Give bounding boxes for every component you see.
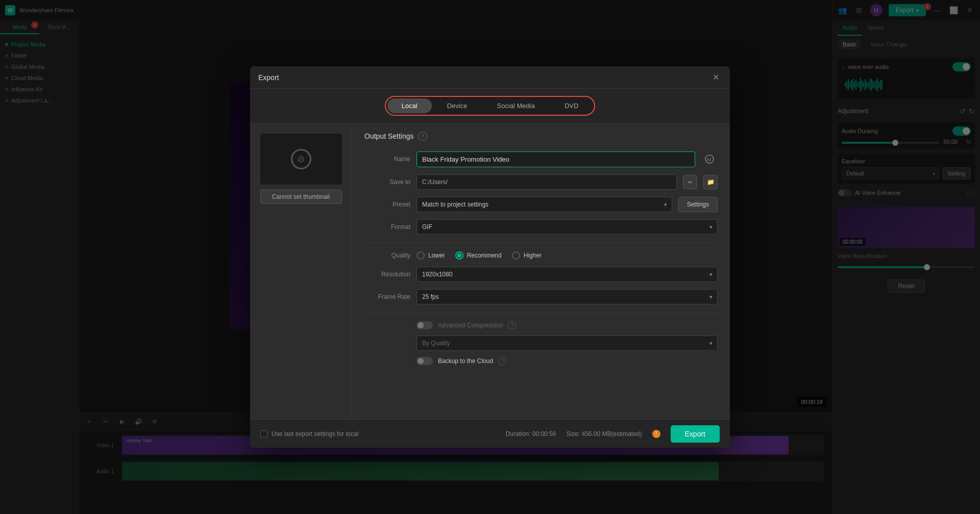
path-edit-icon[interactable]: ✏ <box>683 175 697 189</box>
preset-select-wrapper: Match to project settings <box>416 197 672 212</box>
frame-rate-select-wrapper: 25 fps <box>416 289 718 304</box>
divider-1 <box>364 243 718 243</box>
radio-recommend-circle <box>455 251 463 260</box>
save-path-display: C:/Users/ <box>416 174 677 190</box>
modal-overlay: Export ✕ Local Device Social Media DVD ⊘… <box>0 0 980 514</box>
resolution-select-wrapper: 1920x1080 <box>416 267 718 282</box>
resolution-label: Resolution <box>364 271 410 278</box>
advanced-compression-row: Advanced Compression ? <box>364 321 718 329</box>
backup-toggle[interactable] <box>416 357 433 365</box>
by-quality-select[interactable]: By Quality <box>416 336 718 351</box>
divider-2 <box>364 313 718 313</box>
quality-recommend-label: Recommend <box>467 252 502 259</box>
frame-rate-label: Frame Rate <box>364 293 410 300</box>
use-last-settings-label: Use last export settings for local <box>272 430 358 438</box>
export-tab-dvd[interactable]: DVD <box>550 98 593 113</box>
export-tab-local[interactable]: Local <box>387 98 432 113</box>
size-display: Size: 456.00 MB(estimated) <box>566 430 642 438</box>
export-tab-group: Local Device Social Media DVD <box>385 96 596 116</box>
modal-titlebar: Export ✕ <box>250 66 730 89</box>
by-quality-select-wrapper: By Quality <box>416 336 718 351</box>
modal-footer: Use last export settings for local Durat… <box>250 419 730 448</box>
frame-rate-row: Frame Rate 25 fps <box>364 289 718 304</box>
modal-title: Export <box>258 73 279 82</box>
quality-row: Quality Lower Recommend Higher <box>364 251 718 260</box>
save-to-label: Save to <box>364 178 410 186</box>
no-thumbnail-icon: ⊘ <box>291 149 311 169</box>
use-last-settings-checkbox[interactable] <box>260 430 267 438</box>
thumbnail-box: ⊘ <box>260 134 342 185</box>
quality-lower[interactable]: Lower <box>416 251 445 260</box>
backup-help-icon[interactable]: ? <box>498 357 506 365</box>
export-tab-device[interactable]: Device <box>433 98 482 113</box>
name-row: Name AI <box>364 151 718 167</box>
radio-lower-circle <box>416 251 425 260</box>
preset-row: Preset Match to project settings Setting… <box>364 197 718 212</box>
quality-higher-label: Higher <box>524 252 542 259</box>
resolution-row: Resolution 1920x1080 <box>364 267 718 282</box>
advanced-compression-label: Advanced Compression <box>438 322 503 329</box>
quality-label: Quality <box>364 252 410 259</box>
frame-rate-select[interactable]: 25 fps <box>416 289 718 304</box>
save-to-row: Save to C:/Users/ ✏ 📁 <box>364 174 718 190</box>
cannot-set-thumbnail-button[interactable]: Cannot set thumbnail <box>260 190 342 204</box>
format-label: Format <box>364 223 410 230</box>
thumbnail-area: ⊘ Cannot set thumbnail <box>250 123 352 419</box>
footer-right: Duration: 00:00:56 Size: 456.00 MB(estim… <box>506 425 720 443</box>
quality-recommend[interactable]: Recommend <box>455 251 502 260</box>
backup-row: Backup to the Cloud ? <box>364 357 718 365</box>
duration-display: Duration: 00:00:56 <box>506 430 556 438</box>
export-tabs-container: Local Device Social Media DVD <box>250 89 730 123</box>
ai-generate-icon[interactable]: AI <box>701 151 718 167</box>
name-input[interactable] <box>416 151 695 167</box>
resolution-select[interactable]: 1920x1080 <box>416 267 718 282</box>
advanced-compression-help-icon[interactable]: ? <box>508 321 516 329</box>
footer-left: Use last export settings for local <box>260 430 358 438</box>
settings-area: Output Settings ? Name AI <box>352 123 730 419</box>
preset-settings-button[interactable]: Settings <box>678 197 718 212</box>
preset-label: Preset <box>364 201 410 208</box>
advanced-compression-toggle[interactable] <box>416 321 433 329</box>
quality-higher[interactable]: Higher <box>512 251 542 260</box>
modal-body: ⊘ Cannot set thumbnail Output Settings ?… <box>250 123 730 419</box>
by-quality-row: By Quality <box>364 336 718 351</box>
quality-lower-label: Lower <box>428 252 445 259</box>
format-row: Format GIF <box>364 219 718 235</box>
format-select-wrapper: GIF <box>416 219 718 235</box>
export-modal: Export ✕ Local Device Social Media DVD ⊘… <box>250 66 730 448</box>
output-settings-help-icon[interactable]: ? <box>418 132 427 141</box>
backup-label: Backup to the Cloud <box>438 357 493 365</box>
name-label: Name <box>364 156 410 163</box>
export-main-button[interactable]: Export <box>671 425 720 443</box>
modal-close-button[interactable]: ✕ <box>709 71 722 84</box>
output-settings-label: Output Settings <box>364 132 414 140</box>
export-tab-social-media[interactable]: Social Media <box>482 98 549 113</box>
quality-options: Lower Recommend Higher <box>416 251 542 260</box>
size-warning-icon[interactable]: ! <box>652 430 660 438</box>
output-settings-header: Output Settings ? <box>364 132 718 141</box>
radio-higher-circle <box>512 251 520 260</box>
svg-text:AI: AI <box>706 157 711 162</box>
folder-browse-icon[interactable]: 📁 <box>703 175 718 189</box>
format-select[interactable]: GIF <box>416 219 718 235</box>
preset-select[interactable]: Match to project settings <box>416 197 672 212</box>
